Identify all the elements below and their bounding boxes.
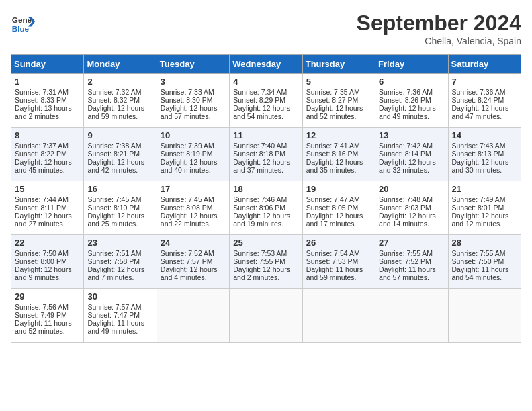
- day-info: and 17 minutes.: [306, 220, 371, 228]
- day-info: Sunrise: 7:54 AM: [306, 249, 371, 257]
- calendar-cell: 23Sunrise: 7:51 AMSunset: 7:58 PMDayligh…: [84, 235, 157, 289]
- calendar-table: SundayMondayTuesdayWednesdayThursdayFrid…: [11, 54, 521, 342]
- calendar-week-2: 8Sunrise: 7:37 AMSunset: 8:22 PMDaylight…: [11, 128, 521, 181]
- day-info: Sunset: 8:05 PM: [306, 203, 371, 212]
- day-info: Sunrise: 7:32 AM: [87, 88, 152, 96]
- calendar-week-5: 29Sunrise: 7:56 AMSunset: 7:49 PMDayligh…: [11, 289, 521, 342]
- day-info: Sunrise: 7:46 AM: [233, 195, 298, 203]
- day-info: Sunrise: 7:50 AM: [15, 249, 80, 257]
- day-info: Sunset: 8:19 PM: [161, 150, 226, 158]
- day-info: and 35 minutes.: [306, 166, 371, 174]
- day-info: Sunset: 8:22 PM: [15, 150, 80, 158]
- day-number: 17: [161, 184, 226, 194]
- day-info: Sunrise: 7:45 AM: [87, 195, 152, 203]
- calendar-cell: [448, 289, 521, 342]
- day-info: Sunset: 8:24 PM: [452, 96, 517, 104]
- day-info: and 7 minutes.: [87, 273, 152, 281]
- day-info: and 47 minutes.: [452, 112, 517, 120]
- day-info: and 27 minutes.: [15, 220, 80, 228]
- day-info: Daylight: 12 hours: [379, 212, 444, 220]
- calendar-cell: 9Sunrise: 7:38 AMSunset: 8:21 PMDaylight…: [84, 128, 157, 181]
- day-number: 8: [15, 130, 80, 140]
- title-block: September 2024 Chella, Valencia, Spain: [357, 11, 521, 46]
- calendar-cell: 21Sunrise: 7:49 AMSunset: 8:01 PMDayligh…: [448, 181, 521, 235]
- day-number: 28: [452, 238, 517, 248]
- day-info: and 57 minutes.: [161, 112, 226, 120]
- day-info: and 49 minutes.: [87, 327, 152, 335]
- day-info: and 45 minutes.: [15, 166, 80, 174]
- day-info: Sunset: 8:33 PM: [15, 96, 80, 104]
- calendar-cell: [375, 289, 448, 342]
- calendar-cell: 29Sunrise: 7:56 AMSunset: 7:49 PMDayligh…: [11, 289, 84, 342]
- calendar-cell: 16Sunrise: 7:45 AMSunset: 8:10 PMDayligh…: [84, 181, 157, 235]
- day-info: and 52 minutes.: [15, 327, 80, 335]
- calendar-cell: 12Sunrise: 7:41 AMSunset: 8:16 PMDayligh…: [302, 128, 375, 181]
- day-info: Daylight: 12 hours: [161, 265, 226, 273]
- day-number: 3: [161, 77, 226, 87]
- day-number: 16: [87, 184, 152, 194]
- day-info: Sunrise: 7:57 AM: [87, 303, 152, 311]
- day-info: Daylight: 11 hours: [306, 265, 371, 273]
- day-info: Daylight: 11 hours: [379, 265, 444, 273]
- calendar-cell: 6Sunrise: 7:36 AMSunset: 8:26 PMDaylight…: [375, 74, 448, 128]
- day-info: Sunrise: 7:37 AM: [15, 142, 80, 150]
- day-info: Daylight: 12 hours: [87, 158, 152, 166]
- day-number: 11: [233, 130, 298, 140]
- day-number: 22: [15, 238, 80, 248]
- logo: General Blue: [11, 11, 35, 35]
- day-info: Sunrise: 7:55 AM: [379, 249, 444, 257]
- calendar-cell: 19Sunrise: 7:47 AMSunset: 8:05 PMDayligh…: [302, 181, 375, 235]
- day-info: Daylight: 11 hours: [87, 319, 152, 327]
- day-info: and 19 minutes.: [233, 220, 298, 228]
- day-info: and 59 minutes.: [306, 273, 371, 281]
- day-number: 26: [306, 238, 371, 248]
- day-info: and 12 minutes.: [452, 220, 517, 228]
- day-info: Sunrise: 7:36 AM: [452, 88, 517, 96]
- calendar-cell: 1Sunrise: 7:31 AMSunset: 8:33 PMDaylight…: [11, 74, 84, 128]
- day-info: Sunrise: 7:52 AM: [161, 249, 226, 257]
- day-info: Sunset: 8:14 PM: [379, 150, 444, 158]
- col-header-sunday: Sunday: [11, 55, 84, 74]
- day-info: Sunset: 8:27 PM: [306, 96, 371, 104]
- day-info: Sunrise: 7:42 AM: [379, 142, 444, 150]
- day-info: and 37 minutes.: [233, 166, 298, 174]
- day-number: 15: [15, 184, 80, 194]
- day-info: Daylight: 12 hours: [87, 104, 152, 112]
- day-info: Sunset: 8:16 PM: [306, 150, 371, 158]
- col-header-friday: Friday: [375, 55, 448, 74]
- day-info: Daylight: 12 hours: [233, 104, 298, 112]
- col-header-wednesday: Wednesday: [230, 55, 302, 74]
- day-info: Sunrise: 7:43 AM: [452, 142, 517, 150]
- day-info: Sunset: 8:11 PM: [15, 203, 80, 212]
- day-info: Sunset: 8:21 PM: [87, 150, 152, 158]
- day-info: Sunset: 8:30 PM: [161, 96, 226, 104]
- day-info: Daylight: 12 hours: [15, 265, 80, 273]
- day-info: Sunset: 7:50 PM: [452, 257, 517, 265]
- day-number: 4: [233, 77, 298, 87]
- day-info: Sunrise: 7:40 AM: [233, 142, 298, 150]
- day-info: and 40 minutes.: [161, 166, 226, 174]
- calendar-cell: 30Sunrise: 7:57 AMSunset: 7:47 PMDayligh…: [84, 289, 157, 342]
- day-info: Daylight: 12 hours: [233, 158, 298, 166]
- day-info: and 57 minutes.: [379, 273, 444, 281]
- day-info: Daylight: 11 hours: [452, 265, 517, 273]
- day-info: Sunrise: 7:41 AM: [306, 142, 371, 150]
- calendar-cell: [230, 289, 302, 342]
- day-info: Sunset: 8:06 PM: [233, 203, 298, 212]
- calendar-cell: 17Sunrise: 7:45 AMSunset: 8:08 PMDayligh…: [157, 181, 229, 235]
- calendar-cell: 14Sunrise: 7:43 AMSunset: 8:13 PMDayligh…: [448, 128, 521, 181]
- calendar-body: 1Sunrise: 7:31 AMSunset: 8:33 PMDaylight…: [11, 74, 521, 342]
- day-info: Daylight: 12 hours: [233, 212, 298, 220]
- day-number: 12: [306, 130, 371, 140]
- calendar-cell: 20Sunrise: 7:48 AMSunset: 8:03 PMDayligh…: [375, 181, 448, 235]
- day-info: Sunrise: 7:51 AM: [87, 249, 152, 257]
- day-number: 20: [379, 184, 444, 194]
- calendar-cell: [302, 289, 375, 342]
- day-number: 7: [452, 77, 517, 87]
- col-header-tuesday: Tuesday: [157, 55, 229, 74]
- calendar-cell: 24Sunrise: 7:52 AMSunset: 7:57 PMDayligh…: [157, 235, 229, 289]
- calendar-cell: 13Sunrise: 7:42 AMSunset: 8:14 PMDayligh…: [375, 128, 448, 181]
- calendar-cell: 3Sunrise: 7:33 AMSunset: 8:30 PMDaylight…: [157, 74, 229, 128]
- day-info: Sunset: 8:10 PM: [87, 203, 152, 212]
- day-info: Sunrise: 7:49 AM: [452, 195, 517, 203]
